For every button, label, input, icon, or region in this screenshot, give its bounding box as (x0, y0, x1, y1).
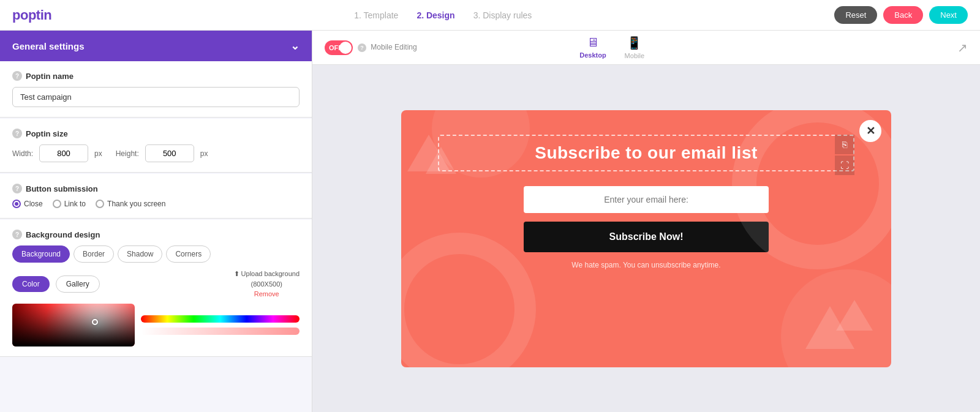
upload-icon: ⬆ Upload background (234, 270, 300, 278)
toggle-knob (339, 42, 352, 54)
color-gradient-dot[interactable] (92, 319, 98, 325)
popup-title-actions: ⎘ ⛶ (835, 135, 854, 175)
radio-link-circle (53, 200, 61, 208)
main-layout: General settings ⌄ ? Poptin name ? Popti… (0, 31, 980, 412)
hue-slider[interactable] (141, 315, 300, 323)
radio-thankyou-label: Thank you screen (107, 200, 165, 208)
color-gallery-row: Color Gallery ⬆ Upload background (800X5… (12, 270, 300, 298)
radio-close[interactable]: Close (12, 200, 43, 208)
opacity-slider[interactable] (141, 328, 300, 335)
logo: poptin (12, 7, 51, 23)
steps-nav: 1. Template 2. Design 3. Display rules (354, 10, 532, 20)
help-icon[interactable]: ? (12, 71, 22, 81)
radio-group: Close Link to Thank you screen (12, 200, 300, 208)
preview-area: OFF ? Mobile Editing 🖥 Desktop 📱 Mobile (312, 31, 980, 412)
reset-button[interactable]: Reset (834, 6, 877, 24)
toggle-switch[interactable]: OFF (325, 40, 353, 55)
gallery-button[interactable]: Gallery (56, 275, 100, 293)
device-tabs: 🖥 Desktop 📱 Mobile (579, 36, 644, 59)
popup-title-box: ⎘ ⛶ Subscribe to our email list (438, 135, 854, 171)
color-sliders (141, 304, 300, 346)
popup-disclaimer: We hate spam. You can unsubscribe anytim… (571, 261, 720, 269)
desktop-icon: 🖥 (587, 36, 599, 50)
popup-email-input[interactable] (524, 186, 769, 213)
help-icon-size[interactable]: ? (12, 129, 22, 138)
poptin-size-label-row: ? Poptin size (12, 129, 300, 138)
bg-tab-background[interactable]: Background (12, 245, 70, 263)
bg-tab-corners[interactable]: Corners (166, 245, 211, 263)
radio-link-to[interactable]: Link to (53, 200, 86, 208)
poptin-size-section: ? Poptin size Width: px Height: px (0, 119, 312, 173)
width-px: px (94, 149, 102, 158)
step-template[interactable]: 1. Template (354, 10, 398, 20)
upload-subtext: (800X500) (251, 280, 282, 288)
height-input[interactable] (145, 144, 194, 162)
top-actions: Reset Back Next (834, 6, 968, 24)
background-design-label: Background design (26, 230, 100, 239)
popup-title[interactable]: Subscribe to our email list (454, 143, 839, 163)
question-icon: ? (358, 43, 366, 52)
toggle-container: OFF ? Mobile Editing (325, 40, 417, 55)
poptin-name-label: Poptin name (26, 72, 74, 81)
poptin-name-input[interactable] (12, 87, 300, 107)
radio-close-label: Close (24, 200, 43, 208)
bg-tab-group: Background Border Shadow Corners (12, 245, 300, 263)
chevron-down-icon: ⌄ (290, 39, 300, 53)
tab-desktop[interactable]: 🖥 Desktop (579, 36, 606, 59)
step-display-rules[interactable]: 3. Display rules (473, 10, 532, 20)
remove-link[interactable]: Remove (254, 290, 279, 298)
background-design-label-row: ? Background design (12, 230, 300, 239)
back-button[interactable]: Back (883, 6, 923, 24)
width-input[interactable] (39, 144, 88, 162)
mobile-icon: 📱 (627, 36, 642, 50)
popup-resize-button[interactable]: ⛶ (835, 155, 854, 175)
height-px: px (200, 149, 208, 158)
popup-copy-button[interactable]: ⎘ (835, 135, 854, 154)
logo-text: poptin (12, 7, 51, 23)
background-design-section: ? Background design Background Border Sh… (0, 220, 312, 357)
height-label: Height: (116, 149, 139, 158)
radio-thank-you[interactable]: Thank you screen (96, 200, 165, 208)
general-settings-header[interactable]: General settings ⌄ (0, 31, 312, 61)
mobile-label: Mobile (625, 52, 644, 59)
size-row: Width: px Height: px (12, 144, 300, 162)
desktop-label: Desktop (579, 51, 606, 59)
color-button[interactable]: Color (12, 276, 50, 292)
step-design[interactable]: 2. Design (417, 10, 454, 20)
triangle-deco-2 (836, 300, 873, 331)
button-submission-label-row: ? Button submission (12, 184, 300, 193)
mobile-editing-label: ? Mobile Editing (358, 43, 417, 52)
help-icon-bg[interactable]: ? (12, 230, 22, 239)
button-submission-section: ? Button submission Close Link to Thank … (0, 174, 312, 219)
preview-toolbar: OFF ? Mobile Editing 🖥 Desktop 📱 Mobile (312, 31, 980, 65)
help-icon-btn[interactable]: ? (12, 184, 22, 193)
width-label: Width: (12, 149, 33, 158)
expand-icon[interactable]: ↗ (957, 40, 968, 55)
poptin-name-label-row: ? Poptin name (12, 71, 300, 81)
radio-link-label: Link to (64, 200, 86, 208)
tab-mobile[interactable]: 📱 Mobile (625, 36, 644, 59)
sidebar: General settings ⌄ ? Poptin name ? Popti… (0, 31, 312, 412)
bg-tab-border[interactable]: Border (74, 245, 114, 263)
upload-label: Upload background (241, 270, 300, 277)
preview-canvas: ✕ ⎘ ⛶ Subscribe to our email list Subscr… (312, 65, 980, 412)
radio-thankyou-circle (96, 200, 104, 208)
color-gradient[interactable] (12, 304, 135, 346)
popup-close-button[interactable]: ✕ (859, 120, 881, 142)
popup-container: ✕ ⎘ ⛶ Subscribe to our email list Subscr… (401, 110, 891, 367)
poptin-name-section: ? Poptin name (0, 61, 312, 118)
upload-link[interactable]: ⬆ Upload background (800X500) Remove (234, 270, 300, 298)
bg-tab-shadow[interactable]: Shadow (118, 245, 162, 263)
top-bar: poptin 1. Template 2. Design 3. Display … (0, 0, 980, 31)
next-button[interactable]: Next (929, 6, 968, 24)
general-settings-label: General settings (12, 41, 85, 51)
popup-submit-button[interactable]: Subscribe Now! (524, 222, 769, 252)
button-submission-label: Button submission (26, 184, 98, 193)
color-picker-area (12, 304, 300, 346)
radio-close-dot (12, 200, 21, 208)
poptin-size-label: Poptin size (26, 129, 68, 138)
